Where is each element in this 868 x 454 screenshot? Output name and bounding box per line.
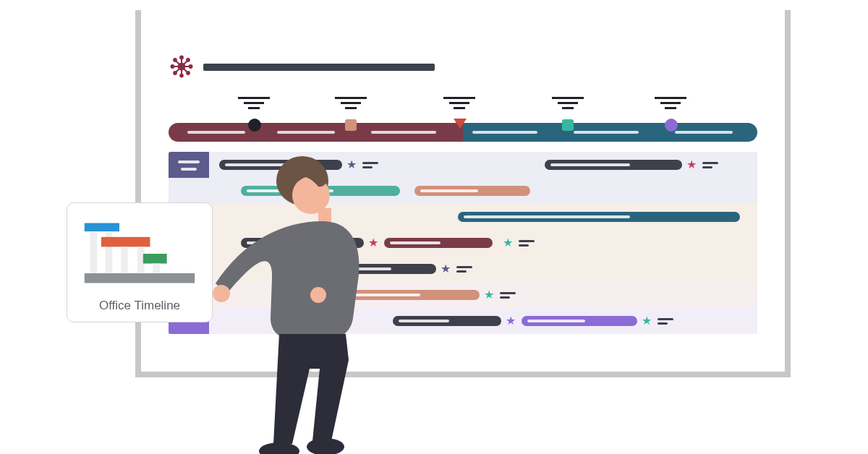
office-timeline-logo-icon [169, 53, 195, 80]
svg-rect-9 [85, 273, 195, 283]
milestone-star-icon: ★ [503, 237, 513, 249]
svg-point-21 [213, 285, 230, 302]
svg-rect-11 [90, 231, 98, 273]
svg-rect-14 [121, 247, 128, 273]
task-bar [414, 186, 530, 196]
milestone-star-icon: ★ [686, 159, 697, 171]
task-bar [522, 316, 637, 326]
milestone-label [552, 97, 584, 109]
task-annotation [500, 292, 516, 294]
milestone-label [443, 97, 475, 109]
task-bar [393, 316, 501, 326]
svg-rect-16 [143, 254, 167, 264]
task-annotation [519, 240, 535, 242]
task-annotation [456, 266, 472, 268]
milestone-star-icon: ★ [506, 315, 516, 327]
milestone-marker-square-icon [345, 119, 357, 131]
person-illustration [210, 152, 398, 454]
svg-point-23 [307, 438, 344, 454]
milestone-label [655, 97, 686, 109]
milestone-label [335, 97, 367, 109]
card-caption: Office Timeline [99, 299, 180, 313]
office-timeline-card[interactable]: Office Timeline [67, 202, 213, 322]
task-bar [384, 238, 493, 248]
slide-title-placeholder [203, 64, 435, 71]
task-annotation [702, 162, 718, 164]
milestone-marker-circle-icon [665, 119, 678, 132]
office-timeline-thumbnail-icon [80, 215, 199, 293]
milestone-marker-circle-icon [248, 119, 261, 132]
milestone-marker-triangle-icon [454, 119, 467, 129]
milestone-star-icon: ★ [642, 315, 652, 327]
milestone-marker-square-icon [562, 119, 574, 131]
svg-rect-17 [153, 264, 160, 274]
task-annotation [658, 318, 673, 320]
svg-rect-10 [85, 223, 119, 232]
milestone-star-icon: ★ [484, 289, 494, 301]
svg-rect-13 [101, 237, 150, 247]
milestone-label [238, 97, 270, 109]
milestone-star-icon: ★ [441, 263, 451, 275]
svg-point-22 [310, 287, 326, 303]
task-bar [545, 160, 682, 170]
task-bar [458, 212, 740, 222]
svg-point-24 [259, 442, 299, 454]
